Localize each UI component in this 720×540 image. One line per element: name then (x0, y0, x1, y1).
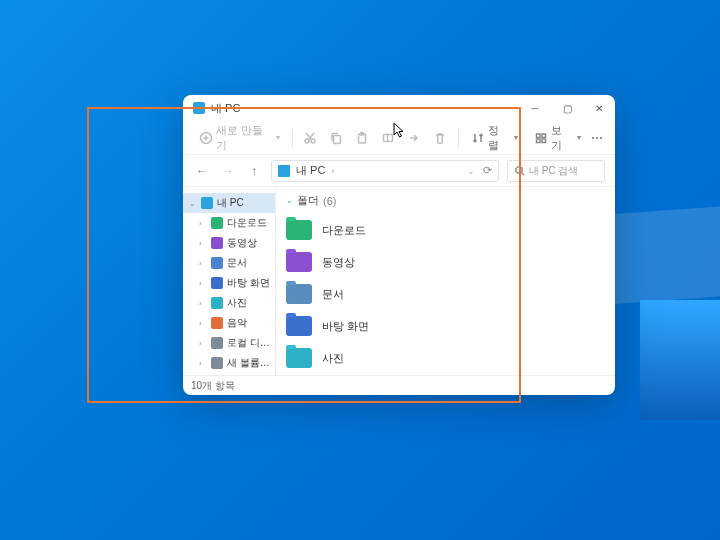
svg-rect-8 (542, 134, 546, 138)
sidebar-item-new-volume-extra[interactable]: › 새 볼륨 (F:) (183, 373, 275, 375)
paste-button[interactable] (350, 127, 374, 149)
sort-button[interactable]: 정렬 ▾ (465, 119, 524, 157)
group-header-folders[interactable]: ⌄ 폴더 (6) (286, 193, 605, 208)
expand-icon[interactable]: › (199, 319, 207, 328)
sidebar-item-label: 음악 (227, 316, 247, 330)
sidebar-item-documents[interactable]: › 문서 (183, 253, 275, 273)
more-button[interactable]: ⋯ (589, 127, 605, 149)
svg-point-11 (516, 167, 522, 173)
sidebar-item-label: 새 볼륨 (E:) (227, 356, 271, 370)
sidebar-item-local-disk-c[interactable]: › 로컬 디스크 (C:) (183, 333, 275, 353)
breadcrumb-segment[interactable]: 내 PC (296, 163, 325, 178)
sidebar-item-label: 내 PC (217, 196, 244, 210)
titlebar[interactable]: 내 PC ─ ▢ ✕ (183, 95, 615, 121)
sidebar-item-downloads[interactable]: › 다운로드 (183, 213, 275, 233)
expand-icon[interactable]: › (199, 219, 207, 228)
sidebar-item-label: 동영상 (227, 236, 257, 250)
ellipsis-icon: ⋯ (591, 131, 603, 145)
group-collapse-icon[interactable]: ⌄ (286, 196, 293, 205)
toolbar-separator (292, 129, 293, 147)
expand-icon[interactable]: › (199, 299, 207, 308)
expand-icon[interactable]: › (199, 359, 207, 368)
folder-item-label: 다운로드 (322, 223, 366, 238)
close-button[interactable]: ✕ (583, 95, 615, 121)
sidebar-item-pictures[interactable]: › 사진 (183, 293, 275, 313)
folder-item-label: 문서 (322, 287, 344, 302)
svg-rect-10 (542, 139, 546, 143)
sidebar-item-label: 사진 (227, 296, 247, 310)
sidebar-item-label: 다운로드 (227, 216, 267, 230)
sidebar-item-label: 바탕 화면 (227, 276, 270, 290)
copy-icon (329, 131, 343, 145)
maximize-button[interactable]: ▢ (551, 95, 583, 121)
svg-point-1 (305, 139, 309, 143)
view-button-label: 보기 (551, 123, 571, 153)
address-bar[interactable]: 내 PC › ⌄ ⟳ (271, 160, 499, 182)
sidebar-item-this-pc[interactable]: ⌄ 내 PC (183, 193, 275, 213)
new-button[interactable]: 새로 만들기 ▾ (193, 119, 286, 157)
expand-icon[interactable]: › (199, 239, 207, 248)
delete-button[interactable] (428, 127, 452, 149)
chevron-down-icon: ▾ (276, 133, 280, 142)
folder-item-label: 바탕 화면 (322, 319, 369, 334)
pictures-folder-icon (286, 348, 312, 368)
svg-rect-9 (537, 139, 541, 143)
sort-icon (471, 131, 484, 145)
folder-item-videos[interactable]: 동영상 (286, 246, 605, 278)
refresh-button[interactable]: ⟳ (483, 164, 492, 177)
this-pc-icon (278, 165, 290, 177)
search-placeholder: 내 PC 검색 (529, 164, 578, 178)
downloads-folder-icon (286, 220, 312, 240)
copy-button[interactable] (324, 127, 348, 149)
window-title: 내 PC (211, 101, 240, 116)
back-button[interactable]: ← (193, 162, 211, 180)
address-row: ← → ↑ 내 PC › ⌄ ⟳ 내 PC 검색 (183, 155, 615, 187)
desktop-folder-icon (286, 316, 312, 336)
folder-item-documents[interactable]: 문서 (286, 278, 605, 310)
expand-icon[interactable]: › (199, 259, 207, 268)
drive-icon (211, 357, 223, 369)
chevron-right-icon[interactable]: › (331, 166, 334, 176)
search-input[interactable]: 내 PC 검색 (507, 160, 605, 182)
share-icon (407, 131, 421, 145)
mouse-cursor (393, 122, 407, 144)
sidebar-item-label: 문서 (227, 256, 247, 270)
group-count: (6) (323, 195, 336, 207)
view-icon (534, 131, 547, 145)
this-pc-icon (201, 197, 213, 209)
forward-button[interactable]: → (219, 162, 237, 180)
video-icon (211, 237, 223, 249)
chevron-down-icon[interactable]: ⌄ (467, 166, 475, 176)
sidebar-item-new-volume-e[interactable]: › 새 볼륨 (E:) (183, 353, 275, 373)
status-item-count: 10개 항목 (191, 379, 235, 393)
sidebar-item-music[interactable]: › 음악 (183, 313, 275, 333)
folder-item-label: 동영상 (322, 255, 355, 270)
expand-icon[interactable]: › (199, 279, 207, 288)
sidebar-item-desktop[interactable]: › 바탕 화면 (183, 273, 275, 293)
folder-item-desktop[interactable]: 바탕 화면 (286, 310, 605, 342)
up-button[interactable]: ↑ (245, 162, 263, 180)
group-name: 폴더 (297, 193, 319, 208)
picture-icon (211, 297, 223, 309)
chevron-down-icon: ▾ (577, 133, 581, 142)
view-button[interactable]: 보기 ▾ (528, 119, 587, 157)
expand-icon[interactable]: › (199, 339, 207, 348)
minimize-button[interactable]: ─ (519, 95, 551, 121)
main-content[interactable]: ⌄ 폴더 (6) 다운로드 동영상 문서 바탕 화면 사진 (276, 187, 615, 375)
music-icon (211, 317, 223, 329)
sidebar-item-videos[interactable]: › 동영상 (183, 233, 275, 253)
documents-folder-icon (286, 284, 312, 304)
status-bar: 10개 항목 (183, 375, 615, 395)
drive-icon (211, 337, 223, 349)
cut-button[interactable] (298, 127, 322, 149)
folder-item-pictures[interactable]: 사진 (286, 342, 605, 374)
collapse-icon[interactable]: ⌄ (189, 199, 197, 208)
svg-point-2 (311, 139, 315, 143)
folder-item-label: 사진 (322, 351, 344, 366)
new-button-label: 새로 만들기 (216, 123, 270, 153)
sidebar: ⌄ 내 PC › 다운로드 › 동영상 › 문서 › (183, 187, 276, 375)
folder-item-downloads[interactable]: 다운로드 (286, 214, 605, 246)
sort-button-label: 정렬 (488, 123, 508, 153)
svg-rect-7 (537, 134, 541, 138)
cut-icon (303, 131, 317, 145)
